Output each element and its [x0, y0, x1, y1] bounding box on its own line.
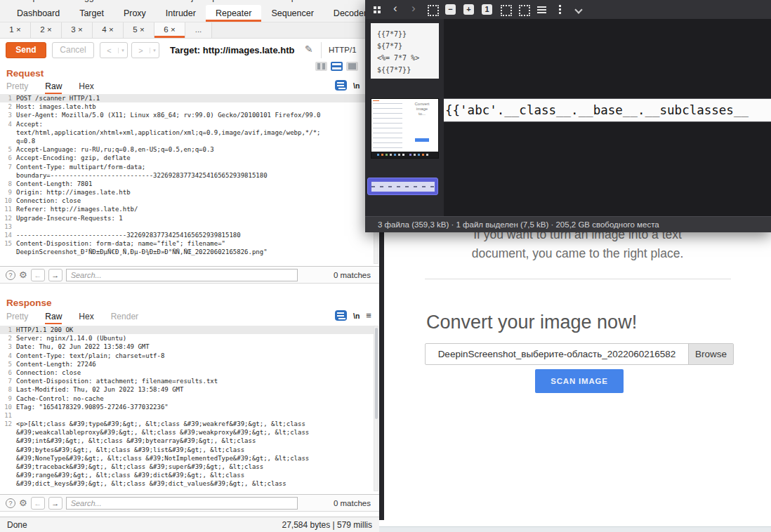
tab-proxy[interactable]: Proxy	[114, 5, 156, 22]
chevron-down-icon[interactable]: ▾	[150, 48, 159, 53]
target-url-label: Target: http://images.late.htb	[170, 45, 294, 55]
next-match-button[interactable]: →	[48, 497, 62, 510]
payload-file-thumbnail[interactable]: {{7*7}}${7*7}<%= 7*7 %>${{7*7}}	[371, 23, 439, 79]
tab-dashboard[interactable]: Dashboard	[7, 5, 70, 22]
code-line: 14-----------------------------322692837…	[0, 231, 374, 239]
actual-size-icon[interactable]: 1	[482, 4, 492, 15]
single-pane-layout-icon[interactable]	[346, 62, 358, 71]
history-back-button[interactable]: < ▾	[100, 42, 128, 58]
view-tab-raw[interactable]: Raw	[45, 81, 62, 94]
fit-screen-icon[interactable]	[518, 4, 529, 15]
zoom-out-icon[interactable]: −	[445, 4, 456, 15]
tagline-line2: document, you came to the right place.	[384, 246, 771, 261]
file-input-value: DeepinScreenshot_выберите-область_202206…	[426, 344, 688, 364]
tab-sequencer[interactable]: Sequencer	[261, 5, 323, 22]
editor-menu-icon[interactable]: ≡	[366, 310, 371, 321]
tab-logger[interactable]: Logger	[74, 0, 102, 2]
help-icon[interactable]: ?	[6, 498, 15, 508]
selected-file-thumbnail[interactable]	[367, 178, 438, 195]
viewer-preview-area: {{'abc'.__class__.__base__.__subclasses_…	[444, 19, 771, 216]
view-tab-hex[interactable]: Hex	[79, 81, 93, 94]
fit-width-icon[interactable]	[500, 4, 510, 15]
rows-layout-icon[interactable]	[331, 62, 343, 71]
thumbnail-detail	[373, 101, 402, 152]
kebab-menu-icon[interactable]	[555, 4, 565, 15]
code-line: 9Origin: http://images.late.htb	[0, 188, 374, 197]
pretty-print-icon[interactable]	[335, 80, 347, 91]
status-bytes-time-label: 27,584 bytes | 579 millis	[282, 520, 372, 530]
help-icon[interactable]: ?	[6, 270, 15, 280]
repeater-tab-1[interactable]: 1 ×	[0, 22, 31, 38]
search-settings-gear-icon[interactable]: ⚙	[19, 270, 27, 280]
edit-target-pencil-icon[interactable]: ✎	[305, 44, 313, 55]
tab-learn[interactable]: Learn	[338, 0, 360, 2]
tab-user-options[interactable]: User options	[265, 0, 315, 2]
repeater-tab-2[interactable]: 2 ×	[31, 22, 62, 38]
code-line: 11Referer: http://images.late.htb/	[0, 205, 374, 213]
previous-match-button[interactable]: ←	[31, 269, 45, 281]
payload-line: ${{7*7}}	[377, 64, 439, 76]
response-editor[interactable]: 1HTTP/1.1 200 OK2Server: nginx/1.14.0 (U…	[0, 326, 374, 493]
view-tab-raw[interactable]: Raw	[45, 312, 62, 324]
request-search-input[interactable]: Search...	[66, 269, 298, 281]
columns-layout-icon[interactable]	[315, 62, 327, 71]
previous-icon[interactable]	[390, 4, 401, 15]
response-match-count: 0 matches	[334, 499, 374, 507]
view-tab-pretty[interactable]: Pretty	[6, 312, 28, 324]
tab-extender[interactable]: Extender	[121, 0, 156, 2]
http-version-selector[interactable]: HTTP/1	[329, 46, 357, 54]
repeater-tab-5[interactable]: 5 ×	[124, 22, 154, 38]
menu-lines-icon[interactable]	[536, 4, 547, 15]
payload-line: <%= 7*7 %>	[377, 52, 439, 64]
cancel-button[interactable]: Cancel	[52, 42, 94, 58]
request-section-title: Request	[6, 68, 44, 79]
tab-repeater[interactable]: Repeater	[206, 5, 261, 22]
code-line: 2Host: images.late.htb	[0, 102, 374, 111]
next-match-button[interactable]: →	[48, 269, 62, 281]
previous-match-button[interactable]: ←	[31, 497, 45, 510]
send-button[interactable]: Send	[6, 42, 46, 58]
repeater-tab-4[interactable]: 4 ×	[93, 22, 124, 38]
repeater-tab-more[interactable]: ...	[185, 22, 212, 38]
code-line: boundary=---------------------------3226…	[0, 171, 374, 180]
history-back-label: <	[100, 46, 118, 55]
view-tab-render[interactable]: Render	[111, 312, 138, 324]
show-newlines-toggle[interactable]: \n	[353, 312, 360, 320]
show-newlines-toggle[interactable]: \n	[353, 81, 360, 90]
grid-view-icon[interactable]	[372, 4, 383, 15]
tab-comparer[interactable]: Comparer	[14, 0, 53, 2]
thumbnail-text: Convertimageto...	[407, 102, 437, 117]
tab-project-options[interactable]: Project options	[178, 0, 236, 2]
code-line: 8Content-Length: 7801	[0, 180, 374, 188]
request-search-bar: ? ⚙ ← → Search... 0 matches	[0, 266, 379, 284]
fit-window-icon[interactable]	[427, 4, 437, 15]
chevron-down-icon[interactable]: ▾	[118, 48, 127, 53]
tab-target[interactable]: Target	[70, 5, 114, 22]
file-upload-input[interactable]: DeepinScreenshot_выберите-область_202206…	[425, 343, 734, 365]
response-search-input[interactable]: Search...	[66, 497, 298, 510]
pretty-print-icon[interactable]	[335, 310, 347, 321]
next-icon[interactable]	[409, 4, 419, 15]
repeater-tab-6[interactable]: 6 ×	[154, 22, 185, 38]
tab-intruder[interactable]: Intruder	[156, 5, 206, 22]
view-tab-hex[interactable]: Hex	[79, 312, 93, 324]
code-line: 13	[0, 222, 374, 231]
search-settings-gear-icon[interactable]: ⚙	[19, 498, 27, 508]
zoom-in-icon[interactable]: +	[463, 4, 474, 15]
scan-image-button[interactable]: SCAN IMAGE	[535, 369, 624, 393]
history-forward-button[interactable]: > ▾	[131, 42, 159, 58]
repeater-tab-3[interactable]: 3 ×	[62, 22, 93, 38]
browse-button[interactable]: Browse	[688, 344, 733, 364]
chevron-down-icon[interactable]	[573, 4, 584, 15]
response-scrollbar[interactable]	[374, 326, 378, 491]
thumbnail-text-line: to...	[407, 112, 437, 117]
code-line: 9Cache-Control: no-cache	[0, 394, 374, 403]
screenshot-thumbnail[interactable]: Convertimageto...	[371, 98, 439, 159]
request-editor[interactable]: 1POST /scanner HTTP/1.12Host: images.lat…	[0, 94, 374, 266]
view-tab-pretty[interactable]: Pretty	[6, 81, 28, 94]
code-line: 7Content-Type: multipart/form-data;	[0, 163, 374, 171]
payload-image-preview: {{'abc'.__class__.__base__.__subclasses_…	[444, 98, 771, 122]
code-line: &#39;bytes&#39;&gt;, &lt;class &#39;list…	[0, 446, 374, 454]
code-line: 11	[0, 411, 374, 420]
thumbnail-detail	[371, 182, 435, 192]
